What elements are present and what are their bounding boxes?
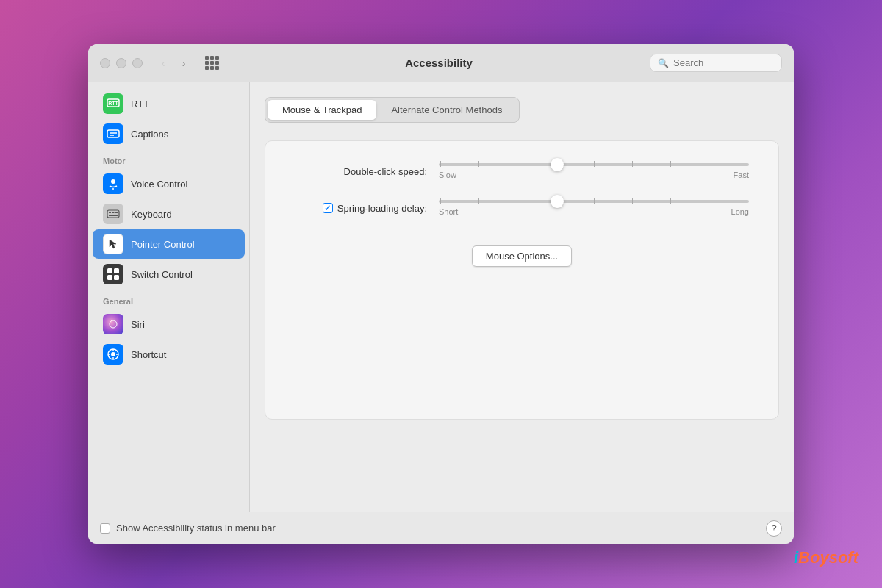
watermark-suffix: Boysoft [798,548,858,567]
sidebar-label-shortcut: Shortcut [131,349,166,360]
sidebar-label-keyboard: Keyboard [131,209,172,220]
spring-loading-slider-container: Short Long [439,200,749,216]
svg-rect-2 [107,130,119,137]
svg-rect-15 [114,275,119,280]
button-row: Mouse Options... [295,245,749,267]
rtt-icon: RTT [103,93,123,114]
svg-point-16 [110,320,117,328]
double-click-slow-label: Slow [439,171,456,179]
help-button[interactable]: ? [766,520,782,537]
svg-rect-7 [107,210,119,218]
spring-loading-short-label: Short [439,207,458,216]
mouse-options-button[interactable]: Mouse Options... [472,245,572,267]
titlebar: ‹ › Accessibility 🔍 [88,44,794,82]
spring-loading-ticks [439,200,749,203]
sidebar-label-rtt: RTT [131,98,149,110]
tab-alternate-control[interactable]: Alternate Control Methods [376,100,517,120]
nav-buttons: ‹ › [154,54,193,72]
forward-button[interactable]: › [175,54,193,72]
double-click-speed-row: Double-click speed: Slow F [295,163,749,179]
accessibility-status-checkbox[interactable] [100,523,110,534]
search-input[interactable] [673,57,774,68]
watermark: iBoysoft [794,548,858,567]
sidebar-item-captions[interactable]: Captions [93,119,245,148]
traffic-lights [100,58,143,68]
spring-loading-thumb[interactable] [551,195,564,208]
main-panel: Mouse & Trackpad Alternate Control Metho… [250,82,794,512]
grid-icon [205,56,219,70]
slider-ticks [439,163,749,166]
siri-icon [103,314,123,334]
sidebar-label-pointer-control: Pointer Control [131,239,195,250]
sidebar-item-switch-control[interactable]: Switch Control [93,259,245,289]
sidebar-item-voice-control[interactable]: Voice Control [93,169,245,198]
sidebar: RTT RTT Captions Motor [88,82,250,512]
sidebar-label-captions: Captions [131,129,168,140]
spring-loading-label-container: ✓ Spring-loading delay: [295,203,427,214]
sidebar-item-shortcut[interactable]: Shortcut [93,340,245,369]
voice-control-icon [103,173,123,194]
spring-loading-row: ✓ Spring-loading delay: [295,200,749,216]
tab-mouse-trackpad[interactable]: Mouse & Trackpad [268,100,376,120]
spring-loading-checkbox[interactable]: ✓ [323,203,333,213]
search-icon: 🔍 [658,58,669,68]
maximize-button[interactable] [132,58,143,68]
shortcut-icon [103,344,123,365]
spring-loading-slider-track[interactable] [439,200,749,203]
bottom-bar: Show Accessibility status in menu bar ? [88,512,794,544]
double-click-slider-track[interactable] [439,163,749,166]
double-click-slider-container: Slow Fast [439,163,749,179]
svg-rect-14 [107,275,112,280]
checkmark-icon: ✓ [324,204,331,213]
svg-point-5 [111,179,115,184]
svg-rect-12 [107,268,112,273]
svg-rect-9 [112,212,115,213]
svg-rect-13 [114,268,119,273]
captions-icon [103,123,123,144]
svg-rect-11 [109,215,118,216]
panel-content: Double-click speed: Slow F [265,140,779,420]
switch-control-icon [103,264,123,284]
sidebar-label-switch-control: Switch Control [131,269,193,280]
sidebar-item-siri[interactable]: Siri [93,309,245,339]
spring-loading-label: Spring-loading delay: [337,203,427,214]
main-window: ‹ › Accessibility 🔍 RTT [88,44,794,544]
svg-text:RTT: RTT [108,101,118,106]
sidebar-item-rtt[interactable]: RTT RTT [93,89,245,118]
svg-point-18 [111,352,115,356]
double-click-label: Double-click speed: [295,166,427,177]
sidebar-section-motor: Motor [88,149,249,168]
sidebar-item-keyboard[interactable]: Keyboard [93,199,245,229]
keyboard-icon [103,204,123,224]
sidebar-label-voice-control: Voice Control [131,179,187,190]
window-title: Accessibility [228,57,650,69]
svg-rect-8 [109,212,111,213]
svg-rect-10 [115,212,118,213]
double-click-labels: Slow Fast [439,171,749,179]
spring-loading-labels: Short Long [439,207,749,216]
tab-bar: Mouse & Trackpad Alternate Control Metho… [265,97,520,123]
double-click-thumb[interactable] [551,158,564,171]
double-click-fast-label: Fast [734,171,749,179]
search-box[interactable]: 🔍 [650,54,782,72]
minimize-button[interactable] [116,58,126,68]
close-button[interactable] [100,58,110,68]
sidebar-item-pointer-control[interactable]: Pointer Control [93,229,245,259]
grid-view-button[interactable] [201,53,222,74]
sidebar-label-siri: Siri [131,319,145,330]
back-button[interactable]: ‹ [154,54,172,72]
pointer-control-icon [103,234,123,254]
content-area: RTT RTT Captions Motor [88,82,794,512]
sidebar-section-general: General [88,290,249,309]
spring-loading-long-label: Long [731,207,749,216]
accessibility-status-label: Show Accessibility status in menu bar [116,523,276,534]
